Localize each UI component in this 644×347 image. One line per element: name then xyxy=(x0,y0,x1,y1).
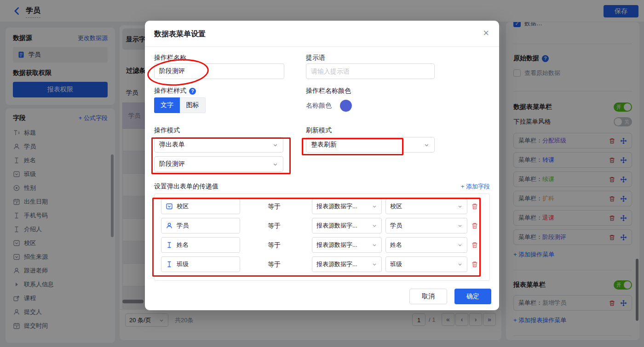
popup-form-select[interactable]: 阶段测评 xyxy=(154,156,283,172)
equals-label: 等于 xyxy=(260,256,288,272)
table-menu-settings-dialog: 数据表菜单设置 × 操作栏名称 提示语 操作栏样式 ? 文字 图标 操作栏名称颜… xyxy=(145,21,499,310)
cancel-button[interactable]: 取消 xyxy=(409,289,447,304)
action-mode-label: 操作模式 xyxy=(154,126,180,135)
source-type-select[interactable]: 报表源数据字... xyxy=(312,218,382,233)
refresh-mode-label: 刷新模式 xyxy=(306,126,332,135)
bar-style-segmented: 文字 图标 xyxy=(154,97,206,113)
transfer-field-label: 学员 xyxy=(177,222,189,230)
tip-input[interactable] xyxy=(306,63,435,79)
transfer-field-chip[interactable]: 班级 xyxy=(161,256,240,272)
chevron-down-icon xyxy=(372,242,377,248)
text-icon xyxy=(166,261,173,268)
delete-row-icon[interactable] xyxy=(471,241,478,249)
delete-row-icon[interactable] xyxy=(471,203,478,210)
equals-label: 等于 xyxy=(260,218,288,233)
chevron-down-icon xyxy=(457,204,463,209)
style-text-tab[interactable]: 文字 xyxy=(154,97,180,113)
action-mode-select[interactable]: 弹出表单 xyxy=(154,137,283,153)
source-type-select[interactable]: 报表源数据字... xyxy=(312,199,382,214)
select-icon xyxy=(166,203,173,210)
popup-form-value: 阶段测评 xyxy=(159,160,185,168)
chevron-down-icon xyxy=(372,262,377,267)
equals-label: 等于 xyxy=(260,237,288,253)
close-icon[interactable]: × xyxy=(483,27,489,39)
text-icon xyxy=(166,241,173,249)
chevron-down-icon xyxy=(372,204,377,209)
refresh-mode-value: 整表刷新 xyxy=(311,141,337,149)
transfer-row: 班级 等于 报表源数据字... 班级 xyxy=(160,256,484,272)
add-field-link[interactable]: + 添加字段 xyxy=(461,182,490,191)
chevron-down-icon xyxy=(457,262,463,267)
divider xyxy=(145,46,499,47)
action-mode-value: 弹出表单 xyxy=(159,141,185,149)
chevron-down-icon xyxy=(457,242,463,248)
transfer-values-label: 设置弹出表单的传递值 xyxy=(154,182,218,191)
bar-style-label: 操作栏样式 xyxy=(154,87,186,95)
source-field-select[interactable]: 班级 xyxy=(385,256,467,272)
person-icon xyxy=(166,222,173,229)
source-field-value: 班级 xyxy=(390,260,402,268)
source-field-select[interactable]: 姓名 xyxy=(385,237,467,253)
source-field-select[interactable]: 学员 xyxy=(385,218,467,233)
style-icon-tab[interactable]: 图标 xyxy=(180,97,206,113)
chevron-down-icon xyxy=(272,142,278,148)
delete-row-icon[interactable] xyxy=(471,261,478,268)
transfer-field-chip[interactable]: 校区 xyxy=(161,199,240,214)
source-type-select[interactable]: 报表源数据字... xyxy=(312,237,382,253)
chevron-down-icon xyxy=(424,142,430,148)
transfer-row: 学员 等于 报表源数据字... 学员 xyxy=(160,218,484,233)
equals-label: 等于 xyxy=(260,199,288,214)
tip-label: 提示语 xyxy=(306,54,325,62)
transfer-field-chip[interactable]: 姓名 xyxy=(161,237,240,253)
source-type-select[interactable]: 报表源数据字... xyxy=(312,256,382,272)
source-field-select[interactable]: 校区 xyxy=(385,199,467,214)
source-type-value: 报表源数据字... xyxy=(316,260,357,268)
source-field-value: 姓名 xyxy=(390,241,402,249)
transfer-row: 校区 等于 报表源数据字... 校区 xyxy=(160,199,484,214)
color-swatch[interactable] xyxy=(340,100,352,112)
transfer-field-chip[interactable]: 学员 xyxy=(161,218,240,233)
refresh-mode-select[interactable]: 整表刷新 xyxy=(306,137,435,153)
help-icon[interactable]: ? xyxy=(189,88,196,95)
name-color-label: 名称颜色 xyxy=(306,102,332,110)
source-field-value: 校区 xyxy=(390,202,402,210)
source-field-value: 学员 xyxy=(390,222,402,230)
dialog-title: 数据表菜单设置 xyxy=(154,29,206,39)
bar-name-color-label: 操作栏名称颜色 xyxy=(306,87,351,95)
transfer-field-label: 姓名 xyxy=(177,241,189,249)
bar-name-input[interactable] xyxy=(154,63,284,79)
transfer-field-label: 班级 xyxy=(177,260,189,268)
source-type-value: 报表源数据字... xyxy=(316,222,357,230)
delete-row-icon[interactable] xyxy=(471,222,478,229)
transfer-values-container: 校区 等于 报表源数据字... 校区 学员 等于 报表源数据字... 学员 姓名… xyxy=(154,193,490,281)
chevron-down-icon xyxy=(372,223,377,228)
bar-name-label: 操作栏名称 xyxy=(154,54,186,62)
confirm-button[interactable]: 确定 xyxy=(454,289,491,304)
transfer-row: 姓名 等于 报表源数据字... 姓名 xyxy=(160,237,484,253)
transfer-field-label: 校区 xyxy=(177,202,189,210)
chevron-down-icon xyxy=(272,161,278,167)
source-type-value: 报表源数据字... xyxy=(316,202,357,210)
chevron-down-icon xyxy=(457,223,463,228)
source-type-value: 报表源数据字... xyxy=(316,241,357,249)
